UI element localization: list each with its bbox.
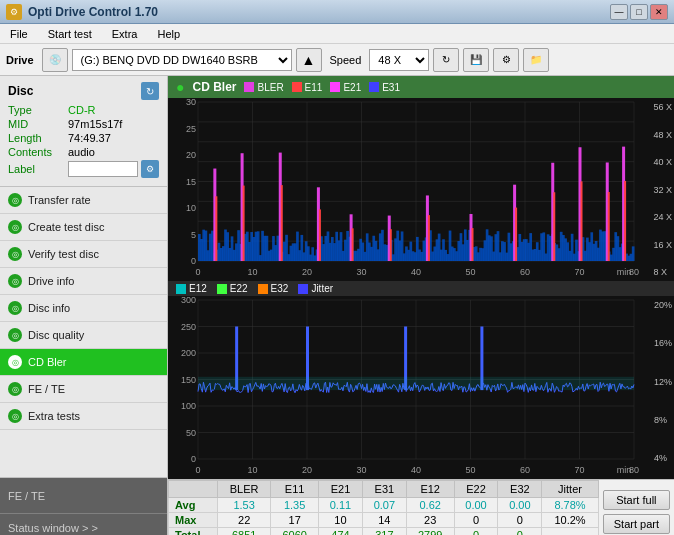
max-bler: 22 xyxy=(218,513,271,528)
sidebar-item-disc-info[interactable]: ◎ Disc info xyxy=(0,295,167,322)
col-header-jitter: Jitter xyxy=(542,481,598,498)
disc-title: Disc xyxy=(8,84,33,98)
titlebar: ⚙ Opti Drive Control 1.70 — □ ✕ xyxy=(0,0,674,24)
top-chart xyxy=(168,98,674,281)
top-right-label-7: 8 X xyxy=(653,267,672,277)
legend-e21: E21 xyxy=(330,82,361,93)
transfer-rate-label: Transfer rate xyxy=(28,194,91,206)
sidebar-item-create-test-disc[interactable]: ◎ Create test disc xyxy=(0,214,167,241)
start-part-button[interactable]: Start part xyxy=(603,514,670,534)
cd-bler-label: CD Bler xyxy=(28,356,67,368)
disc-type-label: Type xyxy=(8,104,68,116)
menu-extra[interactable]: Extra xyxy=(106,26,144,42)
sidebar-item-disc-quality[interactable]: ◎ Disc quality xyxy=(0,322,167,349)
legend-e32-color xyxy=(258,284,268,294)
total-e32: 0 xyxy=(498,528,542,536)
main-area: Disc ↻ Type CD-R MID 97m15s17f Length 74… xyxy=(0,76,674,535)
status-window-label: Status window > > xyxy=(8,522,98,534)
disc-mid-label: MID xyxy=(8,118,68,130)
chart-icon: ● xyxy=(176,79,184,95)
bottom-right-label-5: 4% xyxy=(654,453,672,463)
verify-test-disc-icon: ◎ xyxy=(8,247,22,261)
legend-e22-color xyxy=(217,284,227,294)
legend-jitter: Jitter xyxy=(298,283,333,294)
minimize-button[interactable]: — xyxy=(610,4,628,20)
legend-e31: E31 xyxy=(369,82,400,93)
legend-bler-label: BLER xyxy=(257,82,283,93)
menu-start-test[interactable]: Start test xyxy=(42,26,98,42)
sidebar-item-verify-test-disc[interactable]: ◎ Verify test disc xyxy=(0,241,167,268)
legend-bler-color xyxy=(244,82,254,92)
legend-e12: E12 xyxy=(176,283,207,294)
save-button[interactable]: 📁 xyxy=(523,48,549,72)
bottom-chart-container: 20% 16% 12% 8% 4% xyxy=(168,296,674,479)
legend-e31-label: E31 xyxy=(382,82,400,93)
top-right-label-5: 24 X xyxy=(653,212,672,222)
top-right-label-1: 56 X xyxy=(653,102,672,112)
refresh-button[interactable]: ↻ xyxy=(433,48,459,72)
bottom-right-label-3: 12% xyxy=(654,377,672,387)
total-e12: 2799 xyxy=(406,528,454,536)
sidebar-bottom: FE / TE Status window > > xyxy=(0,477,167,535)
drive-info-icon: ◎ xyxy=(8,274,22,288)
disc-refresh-button[interactable]: ↻ xyxy=(141,82,159,100)
disc-label-input[interactable] xyxy=(68,161,138,177)
stats-row: BLER E11 E21 E31 E12 E22 E32 Jitter xyxy=(168,480,674,535)
start-full-button[interactable]: Start full xyxy=(603,490,670,510)
transfer-rate-icon: ◎ xyxy=(8,193,22,207)
total-e11: 6060 xyxy=(271,528,319,536)
eject-button[interactable]: ▲ xyxy=(296,48,322,72)
menu-file[interactable]: File xyxy=(4,26,34,42)
nav-items: ◎ Transfer rate ◎ Create test disc ◎ Ver… xyxy=(0,187,167,477)
fe-te-icon: ◎ xyxy=(8,382,22,396)
sidebar-item-extra-tests[interactable]: ◎ Extra tests xyxy=(0,403,167,430)
avg-e12: 0.62 xyxy=(406,498,454,513)
legend-e31-color xyxy=(369,82,379,92)
fe-te-section[interactable]: FE / TE xyxy=(0,478,167,514)
speed-label: Speed xyxy=(330,54,362,66)
maximize-button[interactable]: □ xyxy=(630,4,648,20)
stats-max-row: Max 22 17 10 14 23 0 0 10.2% xyxy=(169,513,599,528)
speed-select[interactable]: 48 X xyxy=(369,49,429,71)
sidebar: Disc ↻ Type CD-R MID 97m15s17f Length 74… xyxy=(0,76,168,535)
max-e11: 17 xyxy=(271,513,319,528)
max-e21: 10 xyxy=(319,513,363,528)
col-header-e22: E22 xyxy=(454,481,498,498)
drive-select[interactable]: (G:) BENQ DVD DD DW1640 BSRB xyxy=(72,49,292,71)
legend-e12-color xyxy=(176,284,186,294)
sidebar-item-fe-te[interactable]: ◎ FE / TE xyxy=(0,376,167,403)
bottom-right-label-2: 16% xyxy=(654,338,672,348)
disc-type-value: CD-R xyxy=(68,104,96,116)
menu-help[interactable]: Help xyxy=(151,26,186,42)
settings-button[interactable]: ⚙ xyxy=(493,48,519,72)
col-header-bler: BLER xyxy=(218,481,271,498)
sidebar-item-transfer-rate[interactable]: ◎ Transfer rate xyxy=(0,187,167,214)
disk-button[interactable]: 💾 xyxy=(463,48,489,72)
col-header-e31: E31 xyxy=(362,481,406,498)
extra-tests-icon: ◎ xyxy=(8,409,22,423)
avg-e21: 0.11 xyxy=(319,498,363,513)
create-test-disc-icon: ◎ xyxy=(8,220,22,234)
close-button[interactable]: ✕ xyxy=(650,4,668,20)
total-e31: 317 xyxy=(362,528,406,536)
max-e32: 0 xyxy=(498,513,542,528)
status-window-section[interactable]: Status window > > xyxy=(0,514,167,535)
top-right-label-3: 40 X xyxy=(653,157,672,167)
avg-e11: 1.35 xyxy=(271,498,319,513)
disc-label-button[interactable]: ⚙ xyxy=(141,160,159,178)
menubar: File Start test Extra Help xyxy=(0,24,674,44)
col-header-empty xyxy=(169,481,218,498)
top-chart-container: 56 X 48 X 40 X 32 X 24 X 16 X 8 X xyxy=(168,98,674,281)
disc-mid-value: 97m15s17f xyxy=(68,118,122,130)
sidebar-item-cd-bler[interactable]: ◎ CD Bler xyxy=(0,349,167,376)
disc-quality-label: Disc quality xyxy=(28,329,84,341)
top-right-label-2: 48 X xyxy=(653,130,672,140)
max-e31: 14 xyxy=(362,513,406,528)
stats-actions: Start full Start part xyxy=(599,480,674,535)
avg-label: Avg xyxy=(169,498,218,513)
disc-length-value: 74:49.37 xyxy=(68,132,111,144)
legend-e11-label: E11 xyxy=(305,82,323,93)
col-header-e12: E12 xyxy=(406,481,454,498)
sidebar-item-drive-info[interactable]: ◎ Drive info xyxy=(0,268,167,295)
max-e12: 23 xyxy=(406,513,454,528)
